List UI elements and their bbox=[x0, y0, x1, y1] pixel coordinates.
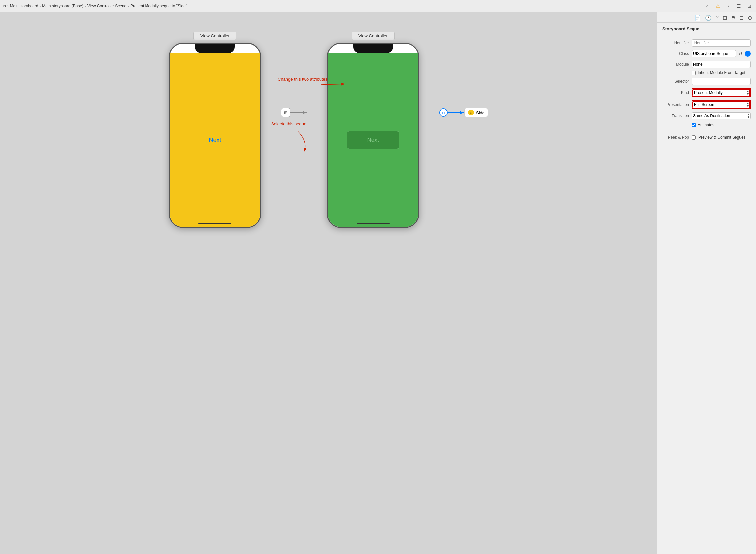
module-row: Module None bbox=[657, 59, 756, 69]
peek-pop-checkbox[interactable] bbox=[692, 135, 696, 140]
selector-label: Selector bbox=[663, 79, 689, 84]
module-select[interactable]: None bbox=[692, 61, 751, 68]
presentation-select-wrapper: Full Screen Page Sheet Form Sheet Curren… bbox=[692, 100, 751, 109]
identifier-row: Identifier bbox=[657, 38, 756, 48]
panel-icon-flag[interactable]: ⚑ bbox=[731, 14, 736, 21]
transition-row: Transition Same As Destination Cover Ver… bbox=[657, 111, 756, 121]
top-bar: ls › Main.storyboard › Main.storyboard (… bbox=[0, 0, 756, 12]
panel-icon-doc[interactable]: 📄 bbox=[694, 14, 701, 21]
kind-row: Kind Present Modally Show Show Detail Pr… bbox=[657, 87, 756, 99]
selector-input[interactable] bbox=[692, 78, 751, 85]
transition-select[interactable]: Same As Destination Cover Vertical Flip … bbox=[692, 112, 751, 119]
panel-icon-help[interactable]: ? bbox=[716, 15, 718, 21]
segue-arrow-line bbox=[290, 112, 307, 113]
device2-notch bbox=[353, 44, 393, 53]
device1-home-indicator bbox=[198, 223, 232, 224]
inherit-label: Inherit Module From Target bbox=[698, 70, 745, 75]
animates-label: Animates bbox=[698, 123, 714, 127]
selector-row: Selector bbox=[657, 76, 756, 87]
device1-frame: ⎋ Next bbox=[169, 43, 261, 228]
class-row: Class UIStoryboardSegue ↺ → bbox=[657, 48, 756, 59]
class-select-wrapper: UIStoryboardSegue bbox=[692, 50, 736, 57]
device2-next-button: Next bbox=[346, 131, 399, 149]
segue-dest-icon: ⊙ bbox=[468, 110, 474, 115]
panel-icon-grid[interactable]: ⊞ bbox=[722, 14, 727, 21]
class-arrow-icon[interactable]: → bbox=[745, 51, 751, 57]
presentation-label: Presentation bbox=[663, 102, 689, 107]
transition-select-wrapper: Same As Destination Cover Vertical Flip … bbox=[692, 112, 751, 119]
animates-checkbox[interactable] bbox=[692, 123, 696, 127]
divider bbox=[657, 131, 756, 131]
forward-nav-icon[interactable]: › bbox=[725, 3, 732, 9]
peek-pop-value: Preview & Commit Segues bbox=[698, 135, 746, 140]
breadcrumb-segue: Present Modally segue to "Side" bbox=[130, 4, 187, 8]
refresh-icon[interactable]: ↺ bbox=[738, 51, 743, 57]
segue-dest-label: Side bbox=[476, 110, 485, 115]
inherit-checkbox[interactable] bbox=[692, 71, 696, 75]
right-panel: 📄 🕐 ? ⊞ ⚑ ⊟ ⊕ Storyboard Segue Identifie… bbox=[657, 12, 756, 554]
main-layout: View Controller ⎋ Next ⊞ bbox=[0, 12, 756, 554]
segue-connector: ⊡ ⊙ Side bbox=[439, 108, 488, 117]
presentation-row: Presentation Full Screen Page Sheet Form… bbox=[657, 99, 756, 111]
transition-label: Transition bbox=[663, 113, 689, 118]
breadcrumb: ls › Main.storyboard › Main.storyboard (… bbox=[3, 4, 702, 8]
breadcrumb-mainstoryboard: Main.storyboard bbox=[10, 4, 38, 8]
segue-circle[interactable]: ⊡ bbox=[439, 108, 448, 117]
identifier-input[interactable] bbox=[692, 39, 751, 47]
device1-body: Next bbox=[170, 53, 260, 227]
segue-destination-badge: ⊙ Side bbox=[464, 108, 488, 117]
device1-container: View Controller ⎋ Next bbox=[169, 32, 261, 228]
breadcrumb-vcscene: View Controller Scene bbox=[87, 4, 127, 8]
kind-label: Kind bbox=[663, 90, 689, 95]
kind-select-wrapper: Present Modally Show Show Detail Present… bbox=[692, 88, 751, 97]
module-label: Module bbox=[663, 62, 689, 66]
warning-icon: ⚠ bbox=[714, 3, 721, 9]
kind-select[interactable]: Present Modally Show Show Detail Present… bbox=[692, 89, 750, 96]
menu-icon[interactable]: ☰ bbox=[736, 3, 742, 9]
top-bar-icons: ‹ ⚠ › ☰ ⊡ bbox=[704, 3, 753, 9]
panel-icon-clock[interactable]: 🕐 bbox=[705, 14, 712, 21]
panel-content: Identifier Class UIStoryboardSegue ↺ → bbox=[657, 35, 756, 145]
device2-home-indicator bbox=[357, 223, 390, 224]
back-nav-icon[interactable]: ‹ bbox=[704, 3, 710, 9]
panel-top-icons: 📄 🕐 ? ⊞ ⚑ ⊟ ⊕ bbox=[657, 12, 756, 22]
animates-row: Animates bbox=[657, 121, 756, 129]
device2-container: View Controller ❮ Back ⬇ Next bbox=[327, 32, 419, 228]
panel-title: Storyboard Segue bbox=[657, 22, 756, 35]
device1-next-label: Next bbox=[209, 137, 221, 144]
layout-icon[interactable]: ⊡ bbox=[746, 3, 753, 9]
segue-line bbox=[448, 112, 464, 113]
module-select-wrapper: None bbox=[692, 61, 751, 68]
panel-icon-link[interactable]: ⊕ bbox=[748, 14, 752, 21]
class-label: Class bbox=[663, 51, 689, 56]
identifier-label: Identifier bbox=[663, 41, 689, 45]
device1-notch bbox=[195, 44, 235, 53]
segue-arrow-container: ⊞ bbox=[281, 108, 307, 117]
inherit-row: Inherit Module From Target bbox=[657, 69, 756, 76]
device1-title: View Controller bbox=[193, 32, 237, 40]
breadcrumb-mainstoryboard-base: Main.storyboard (Base) bbox=[42, 4, 83, 8]
panel-icon-ruler[interactable]: ⊟ bbox=[740, 14, 744, 21]
segue-source-icon: ⊞ bbox=[281, 108, 290, 117]
breadcrumb-ls: ls bbox=[3, 4, 6, 8]
peek-pop-label: Peek & Pop bbox=[663, 135, 689, 140]
device2-title: View Controller bbox=[352, 32, 394, 40]
devices-row: View Controller ⎋ Next ⊞ bbox=[169, 32, 488, 228]
class-select[interactable]: UIStoryboardSegue bbox=[692, 50, 736, 57]
canvas-area: View Controller ⎋ Next ⊞ bbox=[0, 12, 657, 554]
class-controls: UIStoryboardSegue ↺ → bbox=[692, 50, 751, 57]
device2-frame: ❮ Back ⬇ Next bbox=[327, 43, 419, 228]
device2-body: Next bbox=[328, 53, 418, 227]
peek-pop-row: Peek & Pop Preview & Commit Segues bbox=[657, 133, 756, 141]
presentation-select[interactable]: Full Screen Page Sheet Form Sheet Curren… bbox=[692, 101, 750, 108]
